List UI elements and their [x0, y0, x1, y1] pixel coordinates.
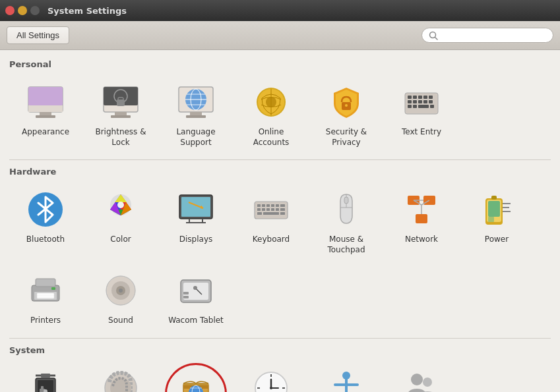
svg-rect-38 — [429, 100, 433, 103]
power-item[interactable]: Power — [460, 182, 533, 260]
svg-rect-73 — [416, 214, 427, 223]
wacom-tablet-item[interactable]: Wacom Tablet — [160, 263, 232, 331]
svg-rect-36 — [418, 100, 422, 103]
svg-rect-4 — [28, 105, 63, 112]
keyboard-icon — [250, 188, 292, 231]
text-entry-item[interactable]: Text Entry — [385, 74, 458, 153]
time-date-icon — [250, 367, 292, 392]
wacom-tablet-label: Wacom Tablet — [168, 316, 224, 326]
main-content: Personal Appearance — [0, 50, 560, 392]
backups-icon — [24, 367, 67, 392]
svg-rect-39 — [408, 105, 412, 108]
brightness-lock-label: Brightness &Lock — [95, 127, 146, 148]
security-privacy-item[interactable]: Security &Privacy — [310, 74, 383, 153]
maximize-button[interactable] — [30, 6, 40, 15]
user-accounts-icon — [400, 367, 443, 392]
details-item[interactable]: Details — [84, 360, 157, 392]
color-icon — [100, 188, 142, 231]
software-updates-icon — [175, 367, 217, 392]
keyboard-item[interactable]: Keyboard — [235, 182, 307, 260]
power-icon — [476, 188, 518, 231]
section-hardware-label: Hardware — [9, 167, 551, 177]
appearance-item[interactable]: Appearance — [9, 74, 82, 153]
svg-rect-47 — [181, 197, 210, 217]
svg-rect-67 — [280, 212, 285, 215]
appearance-label: Appearance — [22, 127, 69, 138]
svg-point-135 — [411, 374, 423, 385]
svg-rect-35 — [413, 100, 417, 103]
printers-item[interactable]: Printers — [9, 263, 82, 331]
sound-icon — [100, 269, 142, 312]
hardware-grid: Bluetooth Color — [9, 182, 551, 331]
svg-rect-34 — [408, 100, 412, 103]
titlebar: System Settings — [0, 0, 560, 21]
time-date-item[interactable]: Time & Date — [235, 360, 307, 392]
svg-rect-59 — [257, 208, 261, 211]
universal-access-item[interactable]: UniversalAccess — [310, 360, 383, 392]
svg-rect-3 — [28, 87, 63, 105]
svg-rect-53 — [257, 204, 261, 207]
network-item[interactable]: Network — [385, 182, 458, 260]
backups-item[interactable]: Backups — [9, 360, 82, 392]
svg-rect-12 — [115, 112, 127, 115]
svg-rect-90 — [51, 287, 55, 290]
svg-rect-40 — [413, 105, 417, 108]
displays-item[interactable]: Displays — [160, 182, 232, 260]
svg-rect-102 — [183, 296, 189, 298]
svg-point-45 — [117, 202, 124, 208]
displays-label: Displays — [179, 235, 212, 245]
mouse-touchpad-icon — [325, 188, 367, 231]
svg-rect-70 — [344, 197, 348, 204]
bluetooth-item[interactable]: Bluetooth — [9, 182, 82, 260]
language-support-item[interactable]: LanguageSupport — [160, 74, 232, 153]
svg-rect-32 — [423, 96, 427, 99]
online-accounts-item[interactable]: OnlineAccounts — [235, 74, 307, 153]
window-title: System Settings — [47, 6, 127, 16]
all-settings-button[interactable]: All Settings — [7, 26, 69, 44]
printers-icon — [24, 269, 67, 312]
color-item[interactable]: Color — [84, 182, 157, 260]
mouse-touchpad-item[interactable]: Mouse &Touchpad — [310, 182, 383, 260]
user-accounts-item[interactable]: UserAccounts — [385, 360, 458, 392]
svg-rect-107 — [41, 386, 44, 391]
svg-point-27 — [345, 104, 348, 107]
language-support-icon — [175, 81, 217, 123]
sound-label: Sound — [108, 316, 133, 326]
wacom-tablet-icon — [175, 269, 217, 312]
power-label: Power — [485, 235, 509, 245]
personal-grid: Appearance Brightness &Lock — [9, 74, 551, 153]
sound-item[interactable]: Sound — [84, 263, 157, 331]
section-personal-label: Personal — [9, 59, 551, 69]
appearance-icon — [24, 81, 67, 123]
printers-label: Printers — [30, 316, 61, 326]
svg-rect-62 — [271, 208, 274, 211]
system-grid: Backups Details — [9, 360, 551, 392]
brightness-lock-icon — [100, 81, 142, 123]
system-divider — [9, 338, 551, 339]
close-button[interactable] — [5, 6, 15, 15]
text-entry-icon — [400, 81, 443, 123]
svg-rect-64 — [280, 208, 285, 211]
svg-rect-20 — [190, 112, 202, 115]
software-updates-item[interactable]: Software &Updates — [160, 360, 232, 392]
svg-rect-110 — [41, 374, 50, 378]
security-privacy-icon — [325, 81, 367, 123]
toolbar: All Settings — [0, 21, 560, 50]
svg-rect-55 — [266, 204, 270, 207]
network-icon — [400, 188, 443, 231]
minimize-button[interactable] — [18, 6, 27, 15]
svg-rect-61 — [266, 208, 270, 211]
svg-rect-5 — [40, 112, 51, 115]
section-system-label: System — [9, 345, 551, 355]
online-accounts-icon — [250, 81, 292, 123]
search-box — [421, 28, 553, 43]
hardware-divider — [9, 159, 551, 160]
search-input[interactable] — [441, 30, 546, 40]
svg-rect-66 — [263, 212, 279, 215]
svg-line-1 — [435, 37, 438, 40]
svg-rect-41 — [418, 105, 429, 108]
universal-access-icon — [325, 367, 367, 392]
svg-point-136 — [423, 378, 432, 387]
bluetooth-icon — [24, 188, 67, 231]
brightness-lock-item[interactable]: Brightness &Lock — [84, 74, 157, 153]
